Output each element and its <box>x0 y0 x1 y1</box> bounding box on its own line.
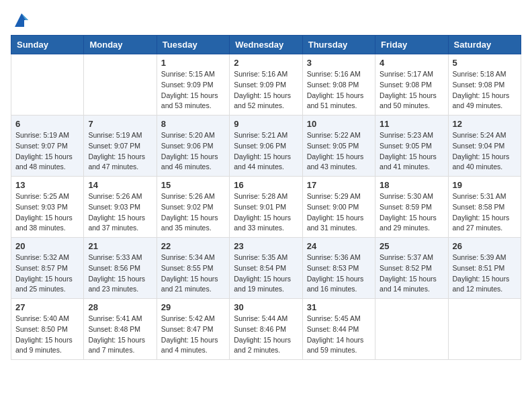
calendar-week-row: 27 Sunrise: 5:40 AMSunset: 8:50 PMDaylig… <box>11 299 521 360</box>
day-number: 29 <box>161 302 225 312</box>
day-info: Sunrise: 5:18 AMSunset: 9:08 PMDaylight:… <box>453 69 517 111</box>
calendar-cell: 20 Sunrise: 5:32 AMSunset: 8:57 PMDaylig… <box>11 238 84 299</box>
day-number: 9 <box>234 119 298 129</box>
day-number: 11 <box>380 119 443 129</box>
day-number: 8 <box>161 119 225 129</box>
day-number: 13 <box>15 180 79 190</box>
calendar-cell <box>11 54 84 116</box>
day-info: Sunrise: 5:41 AMSunset: 8:48 PMDaylight:… <box>88 314 152 356</box>
calendar-cell: 23 Sunrise: 5:35 AMSunset: 8:54 PMDaylig… <box>230 238 302 299</box>
day-number: 25 <box>380 241 443 251</box>
day-number: 10 <box>307 119 371 129</box>
calendar-cell: 31 Sunrise: 5:45 AMSunset: 8:44 PMDaylig… <box>302 299 375 360</box>
day-number: 28 <box>88 302 152 312</box>
day-info: Sunrise: 5:45 AMSunset: 8:44 PMDaylight:… <box>307 314 371 356</box>
day-info: Sunrise: 5:30 AMSunset: 8:59 PMDaylight:… <box>380 191 443 234</box>
day-info: Sunrise: 5:44 AMSunset: 8:46 PMDaylight:… <box>234 314 298 356</box>
calendar-cell: 19 Sunrise: 5:31 AMSunset: 8:58 PMDaylig… <box>448 177 521 238</box>
day-info: Sunrise: 5:17 AMSunset: 9:08 PMDaylight:… <box>380 69 443 111</box>
calendar-cell: 6 Sunrise: 5:19 AMSunset: 9:07 PMDayligh… <box>11 116 84 177</box>
day-info: Sunrise: 5:35 AMSunset: 8:54 PMDaylight:… <box>234 253 298 295</box>
calendar-cell: 30 Sunrise: 5:44 AMSunset: 8:46 PMDaylig… <box>230 299 302 360</box>
day-info: Sunrise: 5:19 AMSunset: 9:07 PMDaylight:… <box>15 130 79 173</box>
day-number: 4 <box>380 58 443 68</box>
calendar-cell: 21 Sunrise: 5:33 AMSunset: 8:56 PMDaylig… <box>84 238 157 299</box>
calendar-cell: 7 Sunrise: 5:19 AMSunset: 9:07 PMDayligh… <box>84 116 157 177</box>
day-number: 6 <box>15 119 79 129</box>
calendar-cell: 18 Sunrise: 5:30 AMSunset: 8:59 PMDaylig… <box>375 177 448 238</box>
day-info: Sunrise: 5:24 AMSunset: 9:04 PMDaylight:… <box>453 130 517 173</box>
day-number: 23 <box>234 241 298 251</box>
day-info: Sunrise: 5:23 AMSunset: 9:05 PMDaylight:… <box>380 130 443 173</box>
calendar-cell: 15 Sunrise: 5:26 AMSunset: 9:02 PMDaylig… <box>157 177 229 238</box>
day-number: 5 <box>453 58 517 68</box>
day-info: Sunrise: 5:31 AMSunset: 8:58 PMDaylight:… <box>453 191 517 234</box>
calendar-cell: 14 Sunrise: 5:26 AMSunset: 9:03 PMDaylig… <box>84 177 157 238</box>
day-info: Sunrise: 5:33 AMSunset: 8:56 PMDaylight:… <box>88 253 152 295</box>
calendar-cell: 25 Sunrise: 5:37 AMSunset: 8:52 PMDaylig… <box>375 238 448 299</box>
calendar-week-row: 20 Sunrise: 5:32 AMSunset: 8:57 PMDaylig… <box>11 238 521 299</box>
calendar-week-row: 13 Sunrise: 5:25 AMSunset: 9:03 PMDaylig… <box>11 177 521 238</box>
calendar-week-row: 6 Sunrise: 5:19 AMSunset: 9:07 PMDayligh… <box>11 116 521 177</box>
day-info: Sunrise: 5:39 AMSunset: 8:51 PMDaylight:… <box>453 253 517 295</box>
day-number: 12 <box>453 119 517 129</box>
calendar-cell: 4 Sunrise: 5:17 AMSunset: 9:08 PMDayligh… <box>375 54 448 116</box>
logo-icon <box>12 11 31 30</box>
weekday-header-sunday: Sunday <box>11 36 84 54</box>
day-number: 21 <box>88 241 152 251</box>
day-info: Sunrise: 5:19 AMSunset: 9:07 PMDaylight:… <box>88 130 152 173</box>
day-number: 26 <box>453 241 517 251</box>
day-info: Sunrise: 5:29 AMSunset: 9:00 PMDaylight:… <box>307 191 371 234</box>
weekday-header-friday: Friday <box>375 36 448 54</box>
calendar-cell: 22 Sunrise: 5:34 AMSunset: 8:55 PMDaylig… <box>157 238 229 299</box>
day-info: Sunrise: 5:16 AMSunset: 9:08 PMDaylight:… <box>307 69 371 111</box>
day-number: 17 <box>307 180 371 190</box>
day-info: Sunrise: 5:16 AMSunset: 9:09 PMDaylight:… <box>234 69 298 111</box>
day-info: Sunrise: 5:37 AMSunset: 8:52 PMDaylight:… <box>380 253 443 295</box>
logo <box>11 11 31 30</box>
day-number: 18 <box>380 180 443 190</box>
calendar-cell <box>375 299 448 360</box>
day-number: 22 <box>161 241 225 251</box>
day-info: Sunrise: 5:25 AMSunset: 9:03 PMDaylight:… <box>15 191 79 234</box>
day-info: Sunrise: 5:26 AMSunset: 9:02 PMDaylight:… <box>161 191 225 234</box>
day-info: Sunrise: 5:42 AMSunset: 8:47 PMDaylight:… <box>161 314 225 356</box>
calendar-cell <box>84 54 157 116</box>
calendar-cell: 24 Sunrise: 5:36 AMSunset: 8:53 PMDaylig… <box>302 238 375 299</box>
calendar-cell: 13 Sunrise: 5:25 AMSunset: 9:03 PMDaylig… <box>11 177 84 238</box>
day-number: 20 <box>15 241 79 251</box>
day-number: 3 <box>307 58 371 68</box>
weekday-header-monday: Monday <box>84 36 157 54</box>
calendar-cell: 12 Sunrise: 5:24 AMSunset: 9:04 PMDaylig… <box>448 116 521 177</box>
calendar-cell <box>448 299 521 360</box>
calendar-cell: 29 Sunrise: 5:42 AMSunset: 8:47 PMDaylig… <box>157 299 229 360</box>
calendar-cell: 9 Sunrise: 5:21 AMSunset: 9:06 PMDayligh… <box>230 116 302 177</box>
calendar-cell: 16 Sunrise: 5:28 AMSunset: 9:01 PMDaylig… <box>230 177 302 238</box>
weekday-header-row: SundayMondayTuesdayWednesdayThursdayFrid… <box>11 36 521 54</box>
day-number: 1 <box>161 58 225 68</box>
day-number: 14 <box>88 180 152 190</box>
calendar-cell: 27 Sunrise: 5:40 AMSunset: 8:50 PMDaylig… <box>11 299 84 360</box>
day-info: Sunrise: 5:34 AMSunset: 8:55 PMDaylight:… <box>161 253 225 295</box>
calendar-cell: 8 Sunrise: 5:20 AMSunset: 9:06 PMDayligh… <box>157 116 229 177</box>
weekday-header-thursday: Thursday <box>302 36 375 54</box>
day-info: Sunrise: 5:40 AMSunset: 8:50 PMDaylight:… <box>15 314 79 356</box>
day-info: Sunrise: 5:26 AMSunset: 9:03 PMDaylight:… <box>88 191 152 234</box>
calendar-cell: 5 Sunrise: 5:18 AMSunset: 9:08 PMDayligh… <box>448 54 521 116</box>
calendar-cell: 11 Sunrise: 5:23 AMSunset: 9:05 PMDaylig… <box>375 116 448 177</box>
page-header <box>11 11 521 30</box>
day-info: Sunrise: 5:22 AMSunset: 9:05 PMDaylight:… <box>307 130 371 173</box>
calendar-cell: 2 Sunrise: 5:16 AMSunset: 9:09 PMDayligh… <box>230 54 302 116</box>
day-number: 2 <box>234 58 298 68</box>
day-info: Sunrise: 5:36 AMSunset: 8:53 PMDaylight:… <box>307 253 371 295</box>
weekday-header-tuesday: Tuesday <box>157 36 229 54</box>
day-info: Sunrise: 5:21 AMSunset: 9:06 PMDaylight:… <box>234 130 298 173</box>
day-info: Sunrise: 5:32 AMSunset: 8:57 PMDaylight:… <box>15 253 79 295</box>
day-info: Sunrise: 5:15 AMSunset: 9:09 PMDaylight:… <box>161 69 225 111</box>
calendar-week-row: 1 Sunrise: 5:15 AMSunset: 9:09 PMDayligh… <box>11 54 521 116</box>
day-number: 15 <box>161 180 225 190</box>
calendar-cell: 3 Sunrise: 5:16 AMSunset: 9:08 PMDayligh… <box>302 54 375 116</box>
day-number: 31 <box>307 302 371 312</box>
day-number: 24 <box>307 241 371 251</box>
calendar-cell: 10 Sunrise: 5:22 AMSunset: 9:05 PMDaylig… <box>302 116 375 177</box>
